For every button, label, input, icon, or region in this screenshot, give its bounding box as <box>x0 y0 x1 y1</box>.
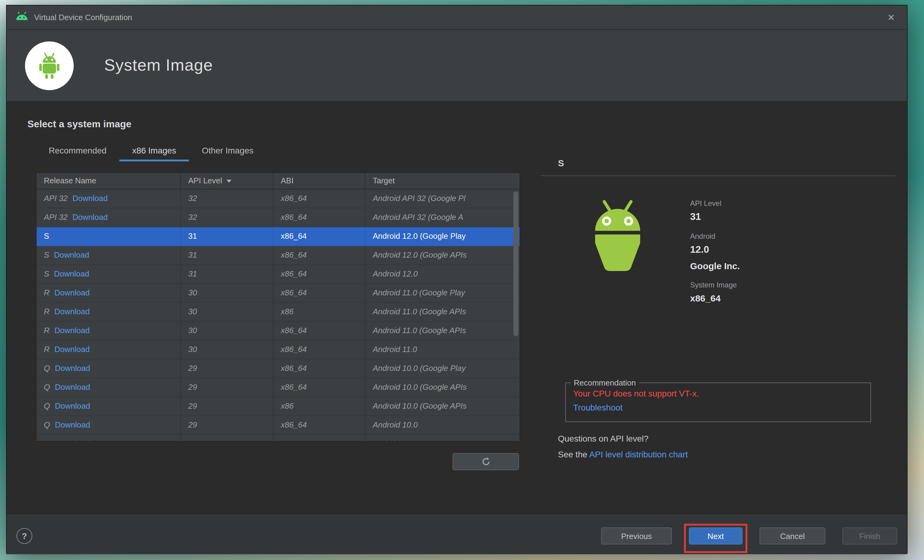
cpu-warning-text: Your CPU does not support VT-x. <box>566 387 870 398</box>
target-cell: Android 10.0 <box>366 435 519 442</box>
table-row[interactable]: SDownload31x86_64Android 12.0 (Google AP… <box>36 246 519 265</box>
cancel-button[interactable]: Cancel <box>759 527 825 545</box>
download-link[interactable]: Download <box>55 382 90 392</box>
refresh-icon <box>481 457 490 467</box>
table-row[interactable]: API 32Download32x86_64Android API 32 (Go… <box>36 208 519 227</box>
api-level-cell: 29 <box>181 416 273 435</box>
api-level-questions: Questions on API level? See the API leve… <box>558 431 688 462</box>
abi-cell: x86_64 <box>273 189 366 208</box>
column-header-abi[interactable]: ABI <box>273 173 366 189</box>
api-level-cell: 29 <box>181 397 273 416</box>
column-header-release-name[interactable]: Release Name <box>36 173 181 189</box>
target-cell: Android 12.0 (Google APIs <box>366 246 519 265</box>
wizard-buttons: Previous Next Cancel Finish <box>601 527 897 545</box>
api-level-value: 31 <box>690 211 740 222</box>
close-icon[interactable]: × <box>884 12 898 23</box>
release-name: R <box>44 307 50 316</box>
system-image-table-body: API 32Download32x86_64Android API 32 (Go… <box>36 189 519 442</box>
system-image-icon <box>25 41 74 90</box>
release-name: R <box>44 326 50 335</box>
release-name: R <box>44 345 50 354</box>
release-name: Q <box>44 382 50 392</box>
abi-cell: x86_64 <box>273 265 366 284</box>
table-row[interactable]: QDownload29x86Android 10.0 <box>36 435 519 442</box>
see-chart-line: See the API level distribution chart <box>558 446 688 462</box>
abi-cell: x86 <box>273 303 366 322</box>
tab-other-images[interactable]: Other Images <box>189 141 267 162</box>
download-link[interactable]: Download <box>55 401 90 410</box>
column-label: Release Name <box>44 173 96 189</box>
release-name-cell: SDownload <box>36 265 181 284</box>
recommendation-box: Recommendation Your CPU does not support… <box>565 378 871 422</box>
download-link[interactable]: Download <box>55 420 90 429</box>
abi-cell: x86_64 <box>273 359 366 378</box>
release-name-cell: RDownload <box>36 340 181 359</box>
previous-button[interactable]: Previous <box>601 527 672 545</box>
vendor-value: Google Inc. <box>690 261 740 271</box>
download-link[interactable]: Download <box>55 364 90 373</box>
virtual-device-configuration-dialog: Virtual Device Configuration × <box>6 5 908 554</box>
troubleshoot-link[interactable]: Troubleshoot <box>566 398 870 412</box>
table-row[interactable]: QDownload29x86_64Android 10.0 <box>36 416 519 435</box>
system-image-table: Release Name API Level ABI Target API 32… <box>36 172 520 442</box>
detail-fields: API Level 31 Android 12.0 Google Inc. Sy… <box>690 199 740 303</box>
api-level-cell: 32 <box>181 208 273 227</box>
abi-cell: x86_64 <box>273 340 366 359</box>
tab-label: x86 Images <box>132 145 176 155</box>
see-the-text: See the <box>558 449 589 459</box>
column-label: Target <box>373 173 395 189</box>
table-row[interactable]: QDownload29x86Android 10.0 (Google APIs <box>36 397 519 416</box>
download-link[interactable]: Download <box>55 439 90 442</box>
download-link[interactable]: Download <box>54 345 90 354</box>
table-row[interactable]: RDownload30x86Android 11.0 (Google APIs <box>36 303 519 322</box>
download-link[interactable]: Download <box>54 326 90 335</box>
release-name-cell: QDownload <box>36 435 181 442</box>
download-link[interactable]: Download <box>54 288 90 297</box>
table-row[interactable]: QDownload29x86_64Android 10.0 (Google AP… <box>36 378 519 397</box>
api-level-cell: 31 <box>181 246 273 265</box>
table-row[interactable]: RDownload30x86_64Android 11.0 <box>36 340 519 359</box>
android-robot-illustration <box>575 198 660 276</box>
tab-x86-images[interactable]: x86 Images <box>119 141 189 162</box>
help-button[interactable]: ? <box>16 528 32 544</box>
android-version-value: 12.0 <box>690 244 740 255</box>
content-area: Select a system image Recommended x86 Im… <box>7 102 907 514</box>
next-button[interactable]: Next <box>689 527 742 545</box>
table-row[interactable]: RDownload30x86_64Android 11.0 (Google AP… <box>36 322 519 340</box>
tab-bar: Recommended x86 Images Other Images <box>36 141 266 162</box>
target-cell: Android 10.0 (Google Play <box>366 359 519 378</box>
release-name: S <box>44 231 49 241</box>
release-name-cell: QDownload <box>36 397 181 416</box>
column-header-api-level[interactable]: API Level <box>181 173 273 189</box>
tab-recommended[interactable]: Recommended <box>36 141 119 162</box>
tab-label: Recommended <box>49 145 106 155</box>
release-name: Q <box>44 420 50 429</box>
column-label: API Level <box>188 173 222 189</box>
release-name: Q <box>44 364 50 373</box>
table-row[interactable]: S31x86_64Android 12.0 (Google Play <box>36 227 519 246</box>
table-row[interactable]: QDownload29x86_64Android 10.0 (Google Pl… <box>36 359 519 378</box>
titlebar: Virtual Device Configuration × <box>7 6 907 30</box>
abi-cell: x86_64 <box>273 227 366 246</box>
table-row[interactable]: SDownload31x86_64Android 12.0 <box>36 265 519 284</box>
target-cell: Android 11.0 (Google APIs <box>366 303 519 322</box>
release-name-cell: API 32Download <box>36 189 181 208</box>
column-header-target[interactable]: Target <box>366 173 519 189</box>
screenshot-stage: Virtual Device Configuration × <box>0 0 924 560</box>
refresh-button[interactable] <box>453 453 519 470</box>
system-image-value: x86_64 <box>690 293 740 303</box>
table-row[interactable]: API 32Download32x86_64Android API 32 (Go… <box>36 189 519 208</box>
download-link[interactable]: Download <box>72 194 108 203</box>
release-name-cell: RDownload <box>36 322 181 340</box>
api-distribution-chart-link[interactable]: API level distribution chart <box>589 449 688 459</box>
download-link[interactable]: Download <box>54 307 90 316</box>
table-scrollbar-thumb[interactable] <box>513 191 518 336</box>
window-title: Virtual Device Configuration <box>34 13 132 22</box>
finish-button[interactable]: Finish <box>842 527 897 545</box>
target-cell: Android 10.0 (Google APIs <box>366 397 519 416</box>
target-cell: Android API 32 (Google Pl <box>366 189 519 208</box>
table-row[interactable]: RDownload30x86_64Android 11.0 (Google Pl… <box>36 284 519 303</box>
download-link[interactable]: Download <box>54 250 89 259</box>
download-link[interactable]: Download <box>54 269 89 279</box>
download-link[interactable]: Download <box>72 213 108 222</box>
